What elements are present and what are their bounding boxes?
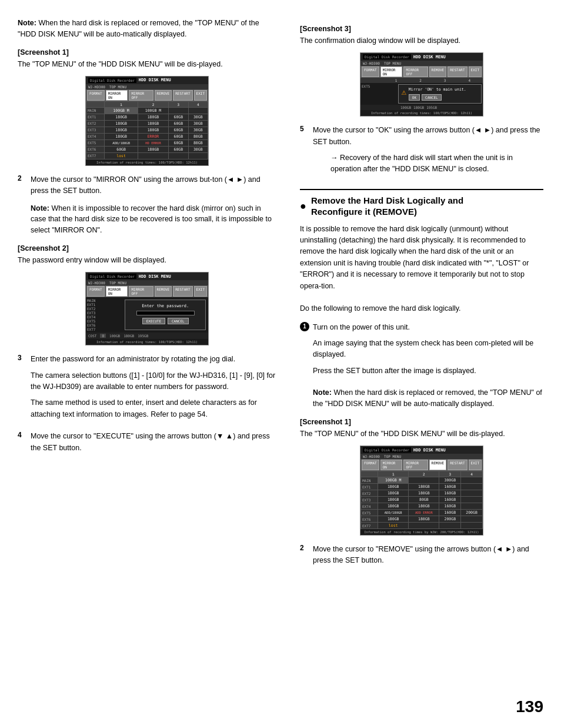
screenshot2-image: Digital Disk Recorder HDD DISK MENU WJ-H… <box>18 272 276 345</box>
dialog-text: Enter the password. <box>129 304 202 308</box>
remove-btn-4[interactable]: REMOVE <box>429 460 447 470</box>
confirm-text: Mirror 'ON' to main unit. <box>409 87 466 92</box>
step-num-5: 5 <box>300 125 309 133</box>
restart-btn-4[interactable]: RESTART <box>448 460 467 470</box>
mirror-off-btn-3[interactable]: MIRROR OFF <box>403 67 428 77</box>
step-3: 3 Enter the password for an administrato… <box>18 354 276 425</box>
note-text-2: When it is impossible to recover the har… <box>31 204 272 235</box>
format-btn-3[interactable]: FORMAT <box>362 67 379 77</box>
step-num-2: 2 <box>18 174 27 182</box>
hdd-subtitle-4: WJ-HD300 TOP MENU <box>360 454 483 459</box>
screenshot1-image: Digital Disk Recorder HDD DISK MENU WJ-H… <box>18 76 276 166</box>
step-5-content: Move the cursor to "OK" using the arrows… <box>313 125 543 178</box>
restart-btn-3[interactable]: RESTART <box>448 67 467 77</box>
hdd-subtitle-3: WJ-HD300 TOP MENU <box>360 61 483 66</box>
format-btn-4[interactable]: FORMAT <box>362 460 379 470</box>
remove-section-heading: ● Remove the Hard Disk Logically and Rec… <box>300 189 543 218</box>
page-number: 139 <box>516 697 543 716</box>
mirror-on-btn-4[interactable]: MIRROR ON <box>380 460 403 470</box>
hdd-brand-3: Digital Disk Recorder <box>363 54 411 59</box>
hdd-brand-4: Digital Disk Recorder <box>363 447 411 453</box>
mirror-on-btn-3[interactable]: MIRROR ON <box>380 67 403 77</box>
right-column: [Screenshot 3] The confirmation dialog w… <box>288 18 543 710</box>
section-bullet: ● <box>300 201 306 211</box>
step-r1-content: Turn on the power of this unit. An image… <box>313 322 543 382</box>
screenshot2-desc: The password entry window will be displa… <box>18 255 276 266</box>
execute-button[interactable]: EXECUTE <box>142 318 165 324</box>
step-num-4: 4 <box>18 431 27 439</box>
cancel-button-3[interactable]: CANCEL <box>422 94 442 101</box>
hdd-footer-3: Information of recording times: 100/TOPS… <box>360 110 483 116</box>
exit-btn-1[interactable]: EXIT <box>194 90 207 101</box>
restart-btn-2[interactable]: RESTART <box>173 286 192 297</box>
note-label-1: Note: <box>18 19 36 27</box>
warning-icon: ⚠ <box>401 87 406 97</box>
step-3-content: Enter the password for an administrator … <box>31 354 276 425</box>
exit-btn-3[interactable]: EXIT <box>469 67 482 77</box>
remove-btn-2[interactable]: REMOVE <box>155 286 172 297</box>
confirm-buttons: OK CANCEL <box>409 94 466 101</box>
dialog-buttons: EXECUTE CANCEL <box>129 318 202 324</box>
screenshot3-heading: [Screenshot 3] <box>300 25 543 33</box>
screenshot-r1-image: Digital Disk Recorder HDD DISK MENU WJ-H… <box>300 446 543 536</box>
step-2-content: Move the cursor to "MIRROR ON" using the… <box>31 174 276 197</box>
hdd-menubar-1: FORMAT MIRROR ON MIRROR OFF REMOVE RESTA… <box>86 89 208 101</box>
remove-intro: It is possible to remove the hard disk l… <box>300 224 543 315</box>
hdd-brand-2: Digital Disk Recorder <box>88 274 136 279</box>
left-column: Note: When the hard disk is replaced or … <box>18 18 288 710</box>
mirror-off-btn-2[interactable]: MIRROR OFF <box>129 286 153 297</box>
hdd-menubar-4: FORMAT MIRROR ON MIRROR OFF REMOVE RESTA… <box>360 459 483 471</box>
exit-btn-2[interactable]: EXIT <box>194 286 207 297</box>
step-2: 2 Move the cursor to "MIRROR ON" using t… <box>18 174 276 197</box>
hdd-brand-1: Digital Disk Recorder <box>88 78 136 83</box>
mirror-on-btn-1[interactable]: MIRROR ON <box>106 90 128 101</box>
mirror-off-btn-1[interactable]: MIRROR OFF <box>129 90 153 101</box>
step-4-content: Move the cursor to "EXECUTE" using the a… <box>31 431 276 454</box>
screenshot-r1-desc: The "TOP MENU" of the "HDD DISK MENU" wi… <box>300 428 543 440</box>
mirror-off-btn-4[interactable]: MIRROR OFF <box>403 460 428 470</box>
hdd-footer-1: Information of recording times: 100/TOPS… <box>86 159 208 165</box>
remove-btn-1[interactable]: REMOVE <box>155 90 172 101</box>
hdd-title-3: HDD DISK MENU <box>413 55 446 59</box>
hdd-table-1: 1234 MAIN 100GB M 100GB M EXT1 180GB <box>86 101 208 159</box>
hdd-screen-1: Digital Disk Recorder HDD DISK MENU WJ-H… <box>85 76 209 166</box>
note-text-r1: When the hard disk is replaced or remove… <box>313 388 542 408</box>
hdd-menubar-3: FORMAT MIRROR ON MIRROR OFF REMOVE RESTA… <box>360 66 483 78</box>
section-heading-text: Remove the Hard Disk Logically and Recon… <box>311 195 463 218</box>
step-r1: 1 Turn on the power of this unit. An ima… <box>300 322 543 382</box>
step-r2-content: Move the cursor to "REMOVE" using the ar… <box>313 544 543 567</box>
restart-btn-1[interactable]: RESTART <box>173 90 192 101</box>
password-input[interactable] <box>136 311 195 315</box>
note-label-2: Note: <box>31 204 49 212</box>
step-num-circle-r1: 1 <box>300 322 309 331</box>
hdd-screen-3: Digital Disk Recorder HDD DISK MENU WJ-H… <box>360 52 483 117</box>
ok-button[interactable]: OK <box>409 94 420 101</box>
hdd-footer-2: Information of recording times: 100/TOPS… <box>86 339 208 345</box>
remove-btn-3[interactable]: REMOVE <box>429 67 447 77</box>
exit-btn-4[interactable]: EXIT <box>469 460 482 470</box>
note-text-1: When the hard disk is replaced or remove… <box>18 19 259 38</box>
confirm-dialog: ⚠ Mirror 'ON' to main unit. OK CANCEL <box>398 84 482 104</box>
screenshot2-heading: [Screenshot 2] <box>18 244 276 252</box>
hdd-footer-4: Information of recording times by WJW: 2… <box>360 529 483 535</box>
hdd-table-4: 1234 MAIN 100GB M 300GB EXT1 180GB <box>360 471 483 529</box>
note-label-r1: Note: <box>313 388 332 397</box>
format-btn-1[interactable]: FORMAT <box>87 90 105 101</box>
step5-arrow-text: Recovery of the hard disk will start whe… <box>313 152 543 175</box>
hdd-screen-2: Digital Disk Recorder HDD DISK MENU WJ-H… <box>85 272 209 345</box>
step-5: 5 Move the cursor to "OK" using the arro… <box>300 125 543 178</box>
screenshot-r1-heading: [Screenshot 1] <box>300 418 543 426</box>
screenshot3-desc: The confirmation dialog window will be d… <box>300 35 543 46</box>
hdd-title-2: HDD DISK MENU <box>139 274 171 279</box>
note-1: Note: When the hard disk is replaced or … <box>18 18 276 40</box>
hdd-subtitle-1: WJ-HD300 TOP MENU <box>86 84 208 89</box>
hdd-menubar-2: FORMAT MIRROR ON MIRROR OFF REMOVE RESTA… <box>86 285 208 297</box>
screenshot3-image: Digital Disk Recorder HDD DISK MENU WJ-H… <box>300 52 543 117</box>
step-r2: 2 Move the cursor to "REMOVE" using the … <box>300 544 543 567</box>
page: Note: When the hard disk is replaced or … <box>0 0 561 728</box>
mirror-on-btn-2[interactable]: MIRROR ON <box>106 286 128 297</box>
screenshot1-heading: [Screenshot 1] <box>18 48 276 56</box>
hdd-subtitle-2: WJ-HD300 TOP MENU <box>86 280 208 285</box>
cancel-button[interactable]: CANCEL <box>168 318 189 324</box>
format-btn-2[interactable]: FORMAT <box>87 286 105 297</box>
